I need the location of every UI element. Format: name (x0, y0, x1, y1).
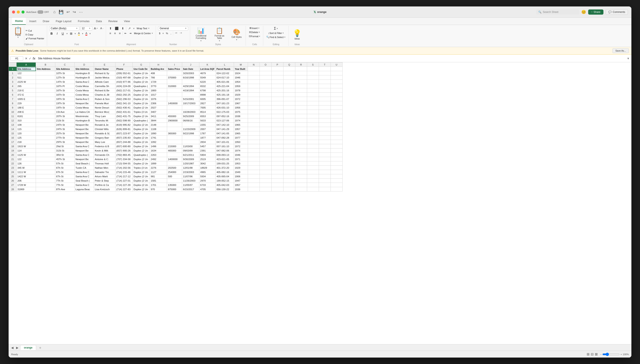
table-cell[interactable]: Duplex (2 Un (133, 148, 150, 153)
table-cell[interactable] (259, 187, 271, 192)
table-cell[interactable]: (562) 430-41 (116, 106, 133, 110)
table-cell[interactable] (319, 148, 331, 153)
table-cell[interactable] (271, 110, 283, 114)
tab-home[interactable]: Home (12, 18, 26, 25)
table-cell[interactable]: 1017 (150, 92, 167, 97)
table-cell[interactable]: Gregory Barr (94, 136, 116, 140)
paste-button[interactable]: 📋 Paste ▼ (12, 26, 24, 43)
format-painter-button[interactable]: 🖌 Format Painter (25, 37, 45, 40)
table-cell[interactable] (271, 153, 283, 157)
col-header-d[interactable]: D (75, 62, 94, 67)
increase-font-button[interactable]: A+ (93, 26, 99, 30)
table-cell[interactable]: Seal Beach ( (75, 161, 94, 166)
table-cell[interactable] (259, 67, 271, 71)
table-cell[interactable] (331, 76, 342, 80)
table-cell[interactable] (295, 110, 307, 114)
table-cell[interactable]: 2/19/2003 (182, 170, 199, 174)
table-cell[interactable]: 16Th St (55, 92, 75, 97)
col-header-u[interactable]: U (331, 62, 342, 67)
col-header-j[interactable]: J (182, 62, 199, 67)
table-cell[interactable]: 218 E (17, 88, 36, 92)
table-cell[interactable] (167, 178, 182, 183)
comma-button[interactable]: , (170, 32, 172, 35)
table-cell[interactable]: (714) 202-56 (116, 166, 133, 170)
table-cell[interactable]: 1701 (150, 183, 167, 187)
table-cell[interactable] (295, 153, 307, 157)
table-cell[interactable]: 1929 (234, 166, 248, 170)
table-cell[interactable]: 345 W (17, 166, 36, 170)
table-cell[interactable]: Richard & Sy (94, 71, 116, 76)
table-cell[interactable]: 188 E (17, 106, 36, 110)
align-bottom-button[interactable]: ⬇ (120, 26, 125, 30)
table-cell[interactable]: Quadruplex ( (133, 153, 150, 157)
table-cell[interactable] (36, 84, 55, 88)
table-cell[interactable] (259, 183, 271, 187)
table-cell[interactable]: 2007 (199, 127, 216, 131)
table-cell[interactable] (295, 187, 307, 192)
table-cell[interactable] (331, 157, 342, 161)
share-button[interactable]: ↑ Share (588, 10, 603, 14)
table-cell[interactable]: Westminste: (75, 114, 94, 118)
copy-button[interactable]: ⎘ Copy (25, 33, 45, 36)
font-color-dropdown[interactable]: ▼ (89, 32, 91, 35)
table-cell[interactable] (271, 118, 283, 123)
table-cell[interactable]: 6220 (199, 80, 216, 84)
table-cell[interactable]: 2276 (150, 166, 167, 170)
percent-button[interactable]: % (165, 32, 169, 35)
table-cell[interactable]: Quadruplex ( (133, 118, 150, 123)
table-cell[interactable]: Triplex (3 Un (133, 166, 150, 170)
table-cell[interactable] (331, 153, 342, 157)
table-cell[interactable] (307, 131, 319, 136)
table-cell[interactable]: Laguna Beac (75, 187, 94, 192)
table-cell[interactable]: (562) 598-90 (116, 118, 133, 123)
table-cell[interactable]: 6/15/2017 (182, 187, 199, 192)
table-cell[interactable]: Duplex (2 Un (133, 174, 150, 178)
table-cell[interactable] (319, 136, 331, 140)
table-cell[interactable]: 1800 (150, 88, 167, 92)
table-cell[interactable]: Peter & Step (94, 178, 116, 183)
table-cell[interactable]: 3770 (150, 84, 167, 88)
table-cell[interactable] (248, 183, 259, 187)
table-cell[interactable]: 2492 (150, 157, 167, 161)
table-cell[interactable] (283, 148, 295, 153)
table-cell[interactable]: Phone (116, 67, 133, 71)
table-cell[interactable]: (562) 431-75 (116, 114, 133, 118)
table-cell[interactable] (248, 144, 259, 148)
table-cell[interactable]: (562) 217-01 (116, 88, 133, 92)
table-cell[interactable]: 3042 (199, 161, 216, 166)
table-cell[interactable]: Duplex (2 Un (133, 114, 150, 118)
table-cell[interactable]: 45Th St (55, 157, 75, 161)
table-cell[interactable] (295, 131, 307, 136)
table-cell[interactable]: 455000 (167, 114, 182, 118)
table-cell[interactable]: 18Th St (55, 97, 75, 101)
table-cell[interactable] (36, 76, 55, 80)
table-cell[interactable] (331, 71, 342, 76)
table-cell[interactable]: 1741 (150, 136, 167, 140)
table-cell[interactable]: 3407 (150, 110, 167, 114)
table-cell[interactable] (331, 67, 342, 71)
table-cell[interactable] (319, 127, 331, 131)
col-header-r[interactable]: R (295, 62, 307, 67)
underline-button[interactable]: U (61, 31, 65, 36)
table-cell[interactable]: Jackie Metca (94, 76, 116, 80)
find-select-button[interactable]: 🔍 Find & Select ▼ (265, 35, 286, 39)
table-cell[interactable]: (562) 341-10 (116, 101, 133, 106)
table-cell[interactable]: Duplex (2 Un (133, 187, 150, 192)
table-cell[interactable]: 056-130-22 (215, 187, 234, 192)
table-cell[interactable] (36, 92, 55, 97)
table-cell[interactable]: (424) 224-09 (116, 84, 133, 88)
table-cell[interactable]: 2Nd St (55, 144, 75, 148)
formula-input[interactable]: Site Address House Number (37, 56, 625, 60)
table-cell[interactable] (36, 170, 55, 174)
table-cell[interactable] (248, 88, 259, 92)
table-cell[interactable]: Kevin & Milt: (94, 148, 116, 153)
page-break-view-icon[interactable]: ⊠ (595, 352, 598, 356)
table-cell[interactable] (36, 71, 55, 76)
table-cell[interactable] (319, 170, 331, 174)
table-cell[interactable]: Duplex (2 Un (133, 183, 150, 187)
table-cell[interactable]: 2027 (150, 106, 167, 110)
cancel-formula-icon[interactable]: ✕ (25, 57, 28, 60)
table-cell[interactable] (271, 67, 283, 71)
normal-view-icon[interactable]: ⊞ (587, 352, 589, 356)
cut-button[interactable]: ✂ Cut (25, 29, 45, 32)
